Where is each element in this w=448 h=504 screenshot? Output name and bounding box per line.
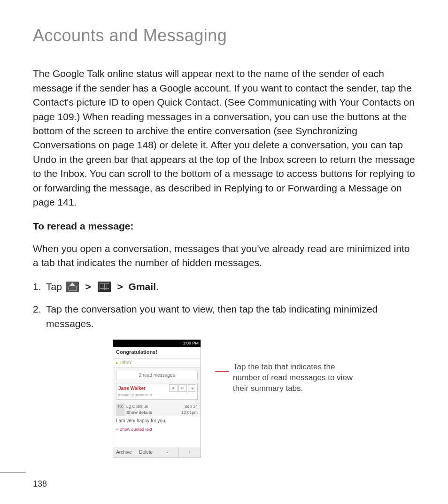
intro-paragraph: The Google Talk online status will appea… (33, 67, 415, 209)
chevron-icon: > (117, 280, 123, 294)
message-subject: Congratulations! (113, 347, 201, 359)
apps-grid-icon (98, 282, 111, 292)
callout-text: Tap the tab that indicates the number of… (233, 362, 355, 394)
next-button[interactable]: › (179, 447, 201, 458)
more-icon[interactable]: ◂ (188, 384, 196, 392)
step-1-pre: Tap (46, 281, 65, 292)
step-2-text: Tap the conversation you want to view, t… (46, 302, 415, 331)
gmail-label: Gmail (129, 281, 156, 292)
message-time: 12:01pm (181, 410, 198, 415)
prev-button[interactable]: ‹ (157, 447, 179, 458)
status-bar: 1:00 PM (113, 340, 201, 347)
show-details-link[interactable]: Show details (126, 410, 152, 415)
step-2-number: 2. (33, 302, 46, 331)
step-2: 2. Tap the conversation you want to view… (33, 302, 415, 331)
reread-description: When you open a conversation, messages t… (33, 242, 415, 270)
step-1-end: . (156, 281, 159, 292)
step-1-number: 1. (33, 280, 46, 294)
callout-leader-line (215, 371, 229, 372)
chevron-icon: > (85, 280, 91, 294)
home-icon (66, 282, 79, 292)
page-number: 138 (33, 478, 47, 490)
delete-button[interactable]: Delete (135, 447, 157, 458)
read-messages-tab[interactable]: 2 read messages (116, 371, 198, 381)
page-title: Accounts and Messaging (33, 23, 415, 48)
phone-screenshot: 1:00 PM Congratulations! Inbox 2 read me… (113, 339, 201, 458)
inbox-label: Inbox (113, 359, 201, 368)
message-body: I am very happy for you. (113, 416, 201, 427)
reply-icon[interactable]: ↩ (178, 384, 187, 392)
show-quoted-link[interactable]: » Show quoted text (113, 427, 201, 447)
to-value: Lg Optimus (126, 404, 148, 409)
message-date: Sep 14 (184, 404, 198, 409)
subheading-reread: To reread a message: (33, 219, 415, 233)
message-header: Jane Walker jnwalk7@gmail.com ★ ↩ ◂ (116, 383, 198, 400)
step-1: 1. Tap > > Gmail. (33, 280, 415, 294)
star-icon[interactable]: ★ (169, 384, 178, 392)
archive-button[interactable]: Archive (113, 447, 135, 458)
sender-email: jnwalk7@gmail.com (118, 392, 195, 398)
to-label: To: (116, 404, 124, 416)
